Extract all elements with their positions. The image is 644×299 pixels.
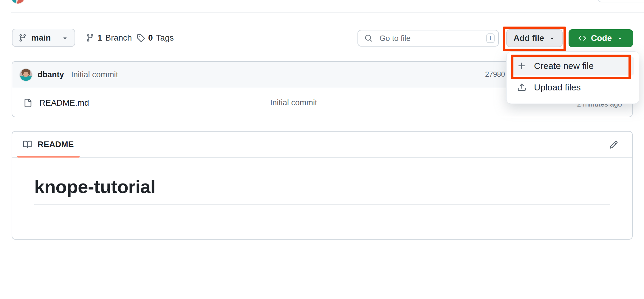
branches-link[interactable]: 1 Branch: [86, 29, 132, 47]
readme-card: README knope-tutorial: [12, 131, 633, 240]
user-avatar-partial[interactable]: [11, 0, 24, 4]
commit-author-name[interactable]: dbanty: [38, 70, 64, 79]
tag-count: 0: [148, 33, 153, 43]
file-commit-message-link[interactable]: Initial commit: [270, 98, 317, 107]
menu-item-label: Create new file: [534, 61, 594, 71]
tag-count-label: Tags: [156, 33, 174, 43]
menu-item-create-new-file[interactable]: Create new file: [511, 56, 634, 75]
pencil-icon: [609, 140, 618, 149]
file-icon: [24, 99, 32, 107]
github-repo-page: main 1 Branch 0 Tags t Add file: [0, 0, 644, 299]
search-icon: [365, 34, 372, 42]
book-icon: [23, 140, 32, 149]
plus-icon: [517, 61, 526, 70]
git-branch-icon: [18, 34, 27, 42]
branch-count: 1: [97, 33, 102, 43]
git-branch-icon: [86, 34, 94, 42]
current-branch-label: main: [31, 33, 51, 43]
active-tab-indicator: [17, 156, 80, 158]
readme-tab-label: README: [38, 140, 74, 149]
header-divider: [11, 13, 644, 13]
readme-heading: knope-tutorial: [34, 176, 610, 205]
chevron-down-icon: [549, 35, 555, 41]
menu-item-upload-files[interactable]: Upload files: [511, 78, 634, 97]
readme-content: knope-tutorial: [12, 158, 632, 205]
go-to-file-search[interactable]: t: [357, 30, 499, 47]
code-icon: [578, 34, 586, 42]
tags-link[interactable]: 0 Tags: [137, 29, 174, 47]
commit-hash-link[interactable]: 27980: [485, 70, 505, 78]
add-file-label: Add file: [513, 33, 544, 43]
readme-header: README: [12, 132, 632, 158]
upload-icon: [517, 83, 526, 92]
menu-item-label: Upload files: [534, 82, 581, 93]
branch-count-label: Branch: [106, 33, 132, 43]
edit-readme-button[interactable]: [607, 138, 620, 151]
code-label: Code: [591, 33, 612, 43]
chevron-down-icon: [61, 34, 69, 41]
clipped-popup-corner: [597, 0, 644, 2]
tag-icon: [137, 34, 145, 42]
search-shortcut-key: t: [486, 33, 495, 43]
search-input[interactable]: [380, 34, 486, 43]
add-file-dropdown-menu: Create new file Upload files: [506, 51, 639, 104]
code-button[interactable]: Code: [569, 29, 633, 47]
tab-readme[interactable]: README: [17, 132, 80, 157]
commit-message-link[interactable]: Initial commit: [71, 70, 118, 79]
branch-selector-button[interactable]: main: [12, 29, 75, 47]
add-file-button[interactable]: Add file: [506, 29, 563, 47]
chevron-down-icon: [617, 35, 623, 41]
commit-author-avatar[interactable]: [20, 69, 32, 81]
file-name-link[interactable]: README.md: [39, 98, 89, 108]
